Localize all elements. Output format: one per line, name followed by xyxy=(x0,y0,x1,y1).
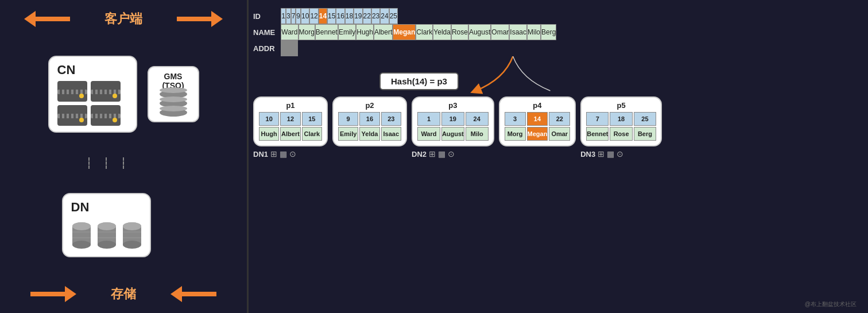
p3-id-2: 19 xyxy=(441,112,464,126)
dashed-line-3 xyxy=(123,157,124,169)
cell-name-berg: Berg xyxy=(541,24,556,40)
dn-label: DN xyxy=(71,200,90,215)
top-left-arrow xyxy=(24,11,70,27)
cell-name-bennet: Bennet xyxy=(315,24,338,40)
dn2b-label-row: DN2 ⊞ ▦ ⊙ xyxy=(412,149,494,159)
p2-id-2: 16 xyxy=(359,112,379,126)
bottom-right-arrow xyxy=(170,286,216,302)
dn-box: DN xyxy=(62,193,151,257)
dn1-chip-icon: ⊞ xyxy=(270,149,277,159)
p5-name-3: Berg xyxy=(634,127,656,141)
p4-id-3: 22 xyxy=(549,112,570,126)
dn3-disk-icon: ⊙ xyxy=(617,149,623,159)
partition-p2: p2 9 16 23 Emily Yelda Isaac xyxy=(332,96,407,146)
db-cylinder-2 xyxy=(96,221,117,250)
hash-label: Hash(14) = p3 xyxy=(379,72,459,90)
p1-id-3: 15 xyxy=(302,112,322,126)
cell-id-12: 12 xyxy=(309,8,318,24)
p4-grid: 3 14 22 Morg Megan Omar xyxy=(505,112,571,141)
table-body: 1 3 7 9 10 12 14 15 16 18 19 22 23 24 25… xyxy=(281,8,556,56)
top-table-container: ID NAME ADDR 1 3 7 9 10 12 14 15 16 18 1… xyxy=(253,8,859,56)
p3-name-3: Milo xyxy=(466,127,489,141)
p2-name-1: Emily xyxy=(338,127,358,141)
left-panel: 客户端 CN GMS(TSO) xyxy=(0,0,247,313)
cell-name-emily: Emily xyxy=(338,24,356,40)
p5-grid: 7 18 25 Bennet Rose Berg xyxy=(586,112,656,141)
svg-point-10 xyxy=(98,241,116,249)
db-cylinder-3 xyxy=(122,221,142,250)
svg-point-17 xyxy=(123,222,141,230)
db-icons xyxy=(71,221,142,250)
server-lines-4 xyxy=(91,114,121,118)
p1-name-3: Clark xyxy=(302,127,322,141)
label-id: ID xyxy=(253,8,278,24)
name-row: Ward Morg Bennet Emily Hugh Albert Megan… xyxy=(281,24,556,40)
cell-name-megan: Megan xyxy=(393,24,416,40)
cell-name-omar: Omar xyxy=(491,24,509,40)
id-row: 1 3 7 9 10 12 14 15 16 18 19 22 23 24 25 xyxy=(281,8,556,24)
watermark: @布上翻盆技术社区 xyxy=(805,301,857,307)
cell-id-3: 3 xyxy=(286,8,291,24)
middle-section: CN GMS(TSO) xyxy=(11,56,235,133)
partition-p5: p5 7 18 25 Bennet Rose Berg xyxy=(580,96,662,146)
p3-grid: 1 19 24 Ward August Milo xyxy=(417,112,489,141)
db-cylinder-1 xyxy=(71,221,92,250)
cell-name-morg: Morg xyxy=(299,24,315,40)
svg-marker-20 xyxy=(30,286,76,302)
server-lines-1 xyxy=(57,90,87,94)
p4-name-3: Omar xyxy=(549,127,570,141)
cell-id-22: 22 xyxy=(363,8,371,24)
bottom-left-arrow xyxy=(30,286,76,302)
top-label: 客户端 xyxy=(104,10,142,28)
dn2-chip-icon: ⊞ xyxy=(429,149,436,159)
right-panel: ID NAME ADDR 1 3 7 9 10 12 14 15 16 18 1… xyxy=(249,0,868,313)
p3-name-1: Ward xyxy=(417,127,440,141)
p4-id-1: 3 xyxy=(505,112,526,126)
server-lines-3 xyxy=(57,114,87,118)
p2-id-1: 9 xyxy=(338,112,358,126)
partition-p4: p4 3 14 22 Morg Megan Omar xyxy=(499,96,576,146)
label-addr: ADDR xyxy=(253,40,278,56)
bottom-arrow-row: 存储 xyxy=(11,285,235,303)
p5-id-2: 18 xyxy=(610,112,632,126)
p5-id-3: 25 xyxy=(634,112,656,126)
p2-name-3: Isaac xyxy=(381,127,401,141)
top-right-arrow xyxy=(177,11,223,27)
cell-id-7: 7 xyxy=(291,8,296,24)
dashed-line-2 xyxy=(106,157,107,169)
p2-grid: 9 16 23 Emily Yelda Isaac xyxy=(338,112,401,141)
p5-name-1: Bennet xyxy=(586,127,609,141)
cell-addr-15 xyxy=(297,40,298,56)
svg-marker-21 xyxy=(170,286,216,302)
server-icon-2 xyxy=(91,81,121,102)
svg-point-4 xyxy=(72,241,91,249)
cell-name-albert: Albert xyxy=(374,24,393,40)
dn3b-label-row: DN3 ⊞ ▦ ⊙ xyxy=(580,149,662,159)
bottom-label: 存储 xyxy=(111,285,136,303)
server-icon-4 xyxy=(91,105,121,126)
svg-marker-1 xyxy=(177,11,223,27)
cell-id-24: 24 xyxy=(380,8,389,24)
label-name: NAME xyxy=(253,24,278,40)
server-lines-2 xyxy=(91,90,121,94)
dn3-chip-icon: ⊞ xyxy=(598,149,604,159)
cell-id-10: 10 xyxy=(301,8,309,24)
p3-id-3: 24 xyxy=(466,112,489,126)
cell-id-14: 14 xyxy=(319,8,327,24)
partition-p3-group: p3 1 19 24 Ward August Milo DN2 ⊞ ▦ ⊙ xyxy=(412,96,494,159)
cell-name-hugh: Hugh xyxy=(356,24,374,40)
cell-id-18: 18 xyxy=(345,8,354,24)
p2-id-3: 23 xyxy=(381,112,401,126)
p1-grid: 10 12 15 Hugh Albert Clark xyxy=(259,112,322,141)
dn2-label: DN2 xyxy=(412,150,427,159)
p3-label: p3 xyxy=(417,101,489,110)
gms-disk-3 xyxy=(160,109,187,117)
cell-name-milo: Milo xyxy=(527,24,541,40)
cell-id-23: 23 xyxy=(371,8,380,24)
svg-point-16 xyxy=(123,241,141,249)
top-arrow-row: 客户端 xyxy=(11,10,235,28)
p3-id-1: 1 xyxy=(417,112,440,126)
partition-p4-group: p4 3 14 22 Morg Megan Omar xyxy=(499,96,576,149)
svg-point-11 xyxy=(98,222,116,230)
cell-name-august: August xyxy=(468,24,491,40)
